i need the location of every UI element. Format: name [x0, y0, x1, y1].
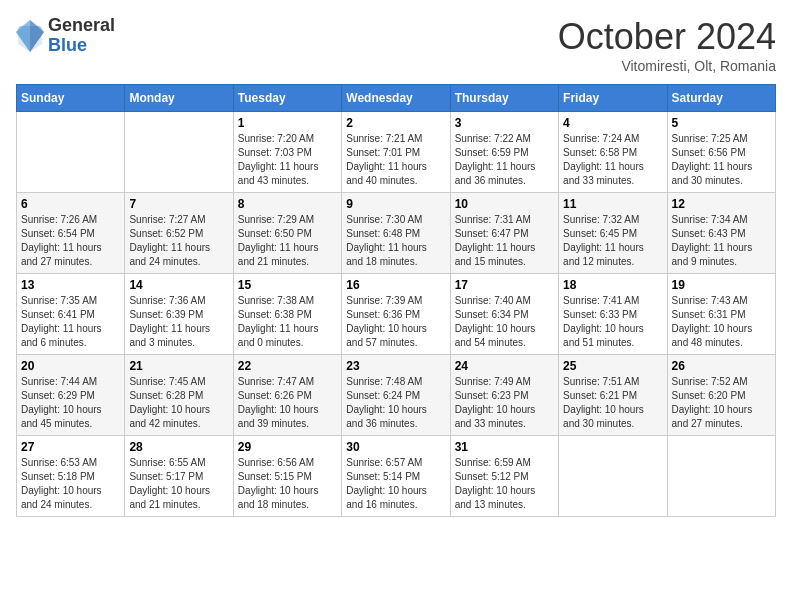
day-number: 14 — [129, 278, 228, 292]
calendar-cell: 9Sunrise: 7:30 AMSunset: 6:48 PMDaylight… — [342, 193, 450, 274]
weekday-header-tuesday: Tuesday — [233, 85, 341, 112]
day-info: Sunrise: 7:20 AMSunset: 7:03 PMDaylight:… — [238, 132, 337, 188]
day-info: Sunrise: 6:53 AMSunset: 5:18 PMDaylight:… — [21, 456, 120, 512]
day-number: 13 — [21, 278, 120, 292]
day-number: 6 — [21, 197, 120, 211]
calendar-cell: 16Sunrise: 7:39 AMSunset: 6:36 PMDayligh… — [342, 274, 450, 355]
day-info: Sunrise: 7:27 AMSunset: 6:52 PMDaylight:… — [129, 213, 228, 269]
calendar-cell — [667, 436, 775, 517]
calendar-cell: 29Sunrise: 6:56 AMSunset: 5:15 PMDayligh… — [233, 436, 341, 517]
day-number: 3 — [455, 116, 554, 130]
calendar-cell: 1Sunrise: 7:20 AMSunset: 7:03 PMDaylight… — [233, 112, 341, 193]
day-info: Sunrise: 7:25 AMSunset: 6:56 PMDaylight:… — [672, 132, 771, 188]
logo-icon — [16, 18, 44, 54]
day-info: Sunrise: 7:32 AMSunset: 6:45 PMDaylight:… — [563, 213, 662, 269]
title-block: October 2024 Vitomiresti, Olt, Romania — [558, 16, 776, 74]
weekday-header-wednesday: Wednesday — [342, 85, 450, 112]
day-number: 21 — [129, 359, 228, 373]
month-title: October 2024 — [558, 16, 776, 58]
day-number: 20 — [21, 359, 120, 373]
day-info: Sunrise: 7:40 AMSunset: 6:34 PMDaylight:… — [455, 294, 554, 350]
day-number: 26 — [672, 359, 771, 373]
day-info: Sunrise: 7:29 AMSunset: 6:50 PMDaylight:… — [238, 213, 337, 269]
calendar-cell: 15Sunrise: 7:38 AMSunset: 6:38 PMDayligh… — [233, 274, 341, 355]
day-info: Sunrise: 7:49 AMSunset: 6:23 PMDaylight:… — [455, 375, 554, 431]
calendar-cell: 18Sunrise: 7:41 AMSunset: 6:33 PMDayligh… — [559, 274, 667, 355]
day-number: 18 — [563, 278, 662, 292]
day-info: Sunrise: 7:43 AMSunset: 6:31 PMDaylight:… — [672, 294, 771, 350]
weekday-header-saturday: Saturday — [667, 85, 775, 112]
day-number: 15 — [238, 278, 337, 292]
day-info: Sunrise: 7:52 AMSunset: 6:20 PMDaylight:… — [672, 375, 771, 431]
day-info: Sunrise: 7:22 AMSunset: 6:59 PMDaylight:… — [455, 132, 554, 188]
day-info: Sunrise: 7:41 AMSunset: 6:33 PMDaylight:… — [563, 294, 662, 350]
calendar-cell — [125, 112, 233, 193]
calendar-cell: 24Sunrise: 7:49 AMSunset: 6:23 PMDayligh… — [450, 355, 558, 436]
day-info: Sunrise: 7:24 AMSunset: 6:58 PMDaylight:… — [563, 132, 662, 188]
logo-text: General Blue — [48, 16, 115, 56]
day-number: 2 — [346, 116, 445, 130]
calendar-cell — [559, 436, 667, 517]
calendar-cell: 12Sunrise: 7:34 AMSunset: 6:43 PMDayligh… — [667, 193, 775, 274]
calendar-cell: 13Sunrise: 7:35 AMSunset: 6:41 PMDayligh… — [17, 274, 125, 355]
day-number: 16 — [346, 278, 445, 292]
calendar-cell: 23Sunrise: 7:48 AMSunset: 6:24 PMDayligh… — [342, 355, 450, 436]
week-row-1: 1Sunrise: 7:20 AMSunset: 7:03 PMDaylight… — [17, 112, 776, 193]
day-info: Sunrise: 6:56 AMSunset: 5:15 PMDaylight:… — [238, 456, 337, 512]
day-number: 12 — [672, 197, 771, 211]
week-row-3: 13Sunrise: 7:35 AMSunset: 6:41 PMDayligh… — [17, 274, 776, 355]
weekday-header-monday: Monday — [125, 85, 233, 112]
weekday-header-thursday: Thursday — [450, 85, 558, 112]
day-number: 8 — [238, 197, 337, 211]
week-row-4: 20Sunrise: 7:44 AMSunset: 6:29 PMDayligh… — [17, 355, 776, 436]
day-number: 5 — [672, 116, 771, 130]
day-info: Sunrise: 7:31 AMSunset: 6:47 PMDaylight:… — [455, 213, 554, 269]
calendar-cell: 7Sunrise: 7:27 AMSunset: 6:52 PMDaylight… — [125, 193, 233, 274]
day-info: Sunrise: 7:45 AMSunset: 6:28 PMDaylight:… — [129, 375, 228, 431]
day-number: 10 — [455, 197, 554, 211]
day-info: Sunrise: 7:39 AMSunset: 6:36 PMDaylight:… — [346, 294, 445, 350]
calendar-cell: 26Sunrise: 7:52 AMSunset: 6:20 PMDayligh… — [667, 355, 775, 436]
calendar-cell: 28Sunrise: 6:55 AMSunset: 5:17 PMDayligh… — [125, 436, 233, 517]
day-info: Sunrise: 6:55 AMSunset: 5:17 PMDaylight:… — [129, 456, 228, 512]
logo: General Blue — [16, 16, 115, 56]
day-info: Sunrise: 7:30 AMSunset: 6:48 PMDaylight:… — [346, 213, 445, 269]
calendar-cell: 14Sunrise: 7:36 AMSunset: 6:39 PMDayligh… — [125, 274, 233, 355]
day-number: 30 — [346, 440, 445, 454]
day-number: 28 — [129, 440, 228, 454]
day-info: Sunrise: 7:34 AMSunset: 6:43 PMDaylight:… — [672, 213, 771, 269]
week-row-5: 27Sunrise: 6:53 AMSunset: 5:18 PMDayligh… — [17, 436, 776, 517]
day-number: 31 — [455, 440, 554, 454]
calendar-cell: 2Sunrise: 7:21 AMSunset: 7:01 PMDaylight… — [342, 112, 450, 193]
calendar-cell: 3Sunrise: 7:22 AMSunset: 6:59 PMDaylight… — [450, 112, 558, 193]
day-info: Sunrise: 7:48 AMSunset: 6:24 PMDaylight:… — [346, 375, 445, 431]
calendar-cell: 17Sunrise: 7:40 AMSunset: 6:34 PMDayligh… — [450, 274, 558, 355]
calendar-cell: 20Sunrise: 7:44 AMSunset: 6:29 PMDayligh… — [17, 355, 125, 436]
day-info: Sunrise: 7:26 AMSunset: 6:54 PMDaylight:… — [21, 213, 120, 269]
day-number: 11 — [563, 197, 662, 211]
page-header: General Blue October 2024 Vitomiresti, O… — [16, 16, 776, 74]
day-number: 9 — [346, 197, 445, 211]
calendar-cell: 27Sunrise: 6:53 AMSunset: 5:18 PMDayligh… — [17, 436, 125, 517]
day-number: 27 — [21, 440, 120, 454]
day-info: Sunrise: 7:47 AMSunset: 6:26 PMDaylight:… — [238, 375, 337, 431]
day-number: 19 — [672, 278, 771, 292]
day-number: 25 — [563, 359, 662, 373]
day-number: 7 — [129, 197, 228, 211]
calendar-cell: 19Sunrise: 7:43 AMSunset: 6:31 PMDayligh… — [667, 274, 775, 355]
calendar-cell: 25Sunrise: 7:51 AMSunset: 6:21 PMDayligh… — [559, 355, 667, 436]
calendar-table: SundayMondayTuesdayWednesdayThursdayFrid… — [16, 84, 776, 517]
weekday-header-row: SundayMondayTuesdayWednesdayThursdayFrid… — [17, 85, 776, 112]
calendar-cell: 11Sunrise: 7:32 AMSunset: 6:45 PMDayligh… — [559, 193, 667, 274]
week-row-2: 6Sunrise: 7:26 AMSunset: 6:54 PMDaylight… — [17, 193, 776, 274]
day-info: Sunrise: 7:36 AMSunset: 6:39 PMDaylight:… — [129, 294, 228, 350]
day-info: Sunrise: 7:21 AMSunset: 7:01 PMDaylight:… — [346, 132, 445, 188]
day-number: 1 — [238, 116, 337, 130]
weekday-header-friday: Friday — [559, 85, 667, 112]
calendar-cell: 30Sunrise: 6:57 AMSunset: 5:14 PMDayligh… — [342, 436, 450, 517]
day-number: 23 — [346, 359, 445, 373]
day-info: Sunrise: 6:57 AMSunset: 5:14 PMDaylight:… — [346, 456, 445, 512]
day-number: 24 — [455, 359, 554, 373]
logo-general: General — [48, 16, 115, 36]
calendar-cell: 10Sunrise: 7:31 AMSunset: 6:47 PMDayligh… — [450, 193, 558, 274]
